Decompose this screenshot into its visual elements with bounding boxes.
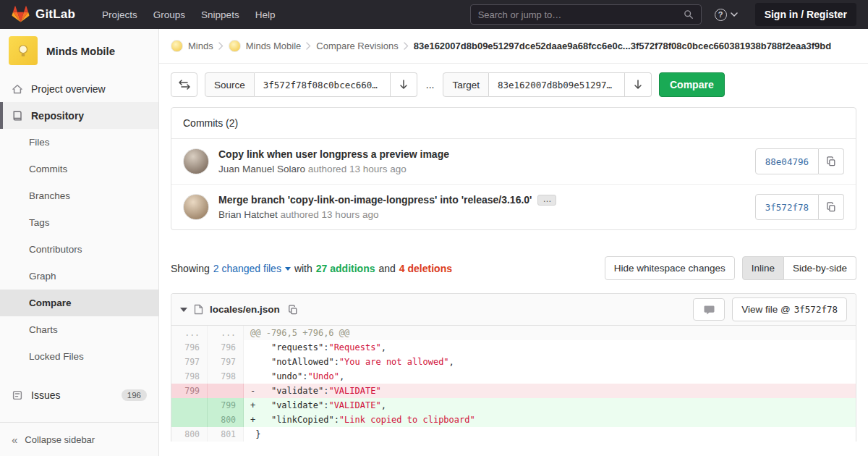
- copy-sha-button[interactable]: [819, 148, 844, 174]
- token-value: "VALIDATE": [328, 386, 380, 396]
- side-by-side-view-button[interactable]: Side-by-side: [784, 256, 856, 280]
- collapse-sidebar-button[interactable]: « Collapse sidebar: [0, 422, 158, 456]
- inline-view-button[interactable]: Inline: [742, 256, 784, 280]
- project-header[interactable]: Minds Mobile: [0, 29, 158, 72]
- chevron-double-left-icon: «: [12, 434, 17, 446]
- diff-line-match: ......@@ -796,5 +796,6 @@: [171, 326, 856, 340]
- swap-icon: [179, 80, 190, 90]
- sidebar-item-branches[interactable]: Branches: [0, 182, 158, 209]
- breadcrumb-project[interactable]: Minds Mobile: [246, 41, 302, 51]
- sidebar-item-contributors[interactable]: Contributors: [0, 236, 158, 263]
- commit-title-link[interactable]: Merge branch 'copy-link-on-image-longpre…: [218, 194, 532, 206]
- commit-sha-group: 88e04796: [755, 148, 844, 174]
- diff-code: + "validate":"VALIDATE",: [244, 398, 856, 413]
- sidebar-item-locked-files[interactable]: Locked Files: [0, 343, 158, 370]
- swap-revisions-button[interactable]: [171, 72, 197, 97]
- sidebar-item-repository[interactable]: Repository: [0, 102, 158, 129]
- toggle-comments-button[interactable]: [693, 298, 725, 321]
- diff-file-name[interactable]: locales/en.json: [210, 304, 280, 315]
- diff-match-code: @@ -796,5 +796,6 @@: [244, 326, 856, 340]
- commit-sha-link[interactable]: 88e04796: [755, 148, 819, 174]
- gitlab-logo[interactable]: GitLab: [12, 6, 75, 23]
- diff-code: "notAllowed":"You are not allowed",: [244, 355, 856, 369]
- old-line-number[interactable]: [171, 413, 208, 427]
- old-line-number[interactable]: 799: [171, 384, 208, 398]
- view-file-button[interactable]: View file @3f572f78: [732, 297, 847, 321]
- repository-submenu: Files Commits Branches Tags Contributors…: [0, 129, 158, 370]
- sidebar-nav: Project overview Repository Files Commit…: [0, 72, 158, 422]
- comment-icon: [704, 305, 715, 315]
- help-menu[interactable]: ?: [715, 9, 738, 21]
- sidebar-item-charts[interactable]: Charts: [0, 316, 158, 343]
- new-line-number[interactable]: [208, 384, 244, 398]
- commit-row: Copy link when user longpress a preview …: [171, 139, 856, 184]
- sidebar-item-commits[interactable]: Commits: [0, 156, 158, 182]
- token-sep: :: [334, 415, 339, 425]
- expand-commit-message-button[interactable]: …: [537, 195, 556, 206]
- view-file-label: View file @: [741, 304, 790, 315]
- new-line-number[interactable]: 801: [208, 427, 244, 442]
- commit-author-link[interactable]: Brian Hatchet: [218, 209, 278, 220]
- new-line-number[interactable]: ...: [208, 326, 244, 340]
- copy-file-path-button[interactable]: [286, 303, 299, 316]
- sidebar-item-files[interactable]: Files: [0, 129, 158, 156]
- sidebar-item-compare[interactable]: Compare: [0, 290, 158, 316]
- diff-line-addition: 800+ "linkCopied":"Link copied to clipbo…: [171, 413, 856, 427]
- old-line-number[interactable]: 796: [171, 340, 208, 355]
- old-line-number[interactable]: [171, 398, 208, 413]
- new-line-number[interactable]: 797: [208, 355, 244, 369]
- sidebar-item-issues[interactable]: Issues 196: [0, 381, 158, 408]
- issues-icon: [12, 389, 23, 401]
- source-download-button[interactable]: [391, 72, 417, 97]
- project-avatar-small: [229, 40, 241, 52]
- diff-file-panel: locales/en.json View file @3f572f78 ....…: [171, 293, 856, 442]
- changed-files-dropdown[interactable]: 2 changed files: [213, 263, 291, 274]
- token-trail: ,: [381, 342, 386, 352]
- old-line-number[interactable]: ...: [171, 326, 208, 340]
- nav-projects[interactable]: Projects: [94, 2, 145, 28]
- diff-line: 800801 }: [171, 427, 856, 442]
- commit-title-link[interactable]: Copy link when user longpress a preview …: [218, 148, 449, 160]
- breadcrumb-group[interactable]: Minds: [188, 41, 213, 51]
- nav-snippets[interactable]: Snippets: [193, 2, 247, 28]
- token-key: "linkCopied": [271, 415, 334, 425]
- old-line-number[interactable]: 800: [171, 427, 208, 442]
- commit-sha-group: 3f572f78: [755, 194, 844, 220]
- search-icon: [684, 9, 694, 20]
- copy-sha-button[interactable]: [819, 194, 844, 220]
- new-line-number[interactable]: 800: [208, 413, 244, 427]
- sidebar-item-graph[interactable]: Graph: [0, 263, 158, 290]
- global-search[interactable]: [470, 4, 702, 25]
- compare-separator: ...: [425, 79, 436, 90]
- sidebar-item-tags[interactable]: Tags: [0, 209, 158, 236]
- compare-button[interactable]: Compare: [659, 72, 725, 97]
- token-key: "requests": [271, 342, 323, 352]
- commit-author-link[interactable]: Juan Manuel Solaro: [218, 164, 305, 174]
- old-line-number[interactable]: 797: [171, 355, 208, 369]
- commit-byline: Juan Manuel Solaro authored 13 hours ago: [218, 164, 744, 174]
- chevron-right-icon: [306, 42, 311, 50]
- breadcrumb-section[interactable]: Compare Revisions: [316, 41, 398, 51]
- collapse-diff-caret-icon[interactable]: [180, 308, 187, 312]
- search-input[interactable]: [478, 9, 684, 20]
- target-download-button[interactable]: [625, 72, 652, 97]
- target-ref-dropdown[interactable]: 83e162007d8b09e51297…: [489, 72, 625, 97]
- diff-header-actions: View file @3f572f78: [693, 297, 847, 321]
- hide-whitespace-button[interactable]: Hide whitespace changes: [605, 256, 735, 280]
- new-line-number[interactable]: 799: [208, 398, 244, 413]
- source-ref-dropdown[interactable]: 3f572f78f08c0bcec660…: [255, 72, 391, 97]
- sidebar-item-project-overview[interactable]: Project overview: [0, 75, 158, 102]
- diff-line: 797797 "notAllowed":"You are not allowed…: [171, 355, 856, 369]
- commit-sha-link[interactable]: 3f572f78: [755, 194, 819, 220]
- new-line-number[interactable]: 796: [208, 340, 244, 355]
- breadcrumb: Minds Minds Mobile Compare Revisions 83e…: [159, 29, 868, 64]
- new-line-number[interactable]: 798: [208, 369, 244, 384]
- old-line-number[interactable]: 798: [171, 369, 208, 384]
- nav-groups[interactable]: Groups: [145, 2, 193, 28]
- nav-help[interactable]: Help: [247, 2, 284, 28]
- sign-in-button[interactable]: Sign in / Register: [755, 3, 856, 26]
- diff-stats-text: Showing 2 changed files with 27 addition…: [171, 263, 452, 274]
- project-name: Minds Mobile: [46, 45, 115, 57]
- commits-panel: Commits (2) Copy link when user longpres…: [171, 107, 856, 230]
- token-key: "validate": [271, 400, 323, 410]
